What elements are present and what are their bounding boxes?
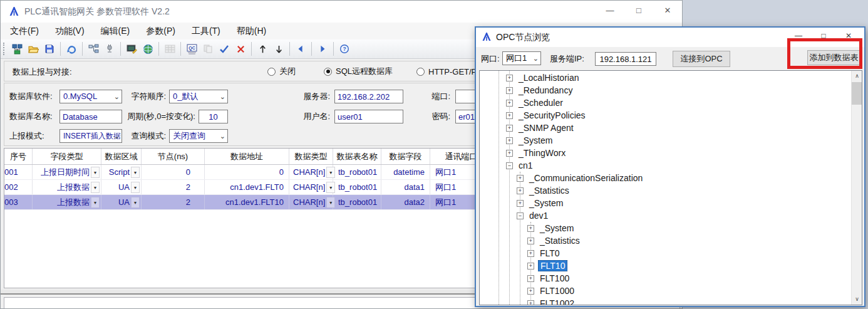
table-cell[interactable]: 上报数据▾ (33, 195, 101, 209)
plug-icon[interactable] (101, 41, 118, 57)
table-cell[interactable]: datetime (381, 165, 430, 179)
tree-node-flt1002[interactable]: +FLT1002 (480, 297, 837, 305)
menu-item[interactable]: 工具(T) (185, 23, 227, 39)
expand-icon[interactable]: + (527, 288, 534, 295)
tree-node--system[interactable]: +_System (480, 222, 837, 234)
vertical-scrollbar[interactable]: ∧ ∨ (851, 71, 862, 305)
tree-node-label[interactable]: _ThingWorx (517, 148, 567, 158)
expand-icon[interactable]: + (527, 225, 534, 232)
tree-node--securitypolicies[interactable]: +_SecurityPolicies (480, 109, 837, 122)
table-cell[interactable]: data2 (381, 195, 430, 209)
arrow-down-icon[interactable] (271, 41, 287, 57)
tree-node--localhistorian[interactable]: +_LocalHistorian (480, 71, 837, 84)
tree-node--statistics[interactable]: +_Statistics (480, 234, 837, 247)
check-icon[interactable] (216, 41, 232, 57)
close-button[interactable]: ✕ (653, 1, 682, 21)
table-cell[interactable]: UA▾ (101, 180, 142, 194)
scroll-down-icon[interactable]: ∨ (852, 294, 862, 305)
tree-node-label[interactable]: _Scheduler (517, 98, 565, 108)
qc-monitor-icon[interactable]: QC (183, 41, 200, 57)
tree-node-label[interactable]: FLT1002 (538, 298, 576, 305)
tree-node-label[interactable]: _Statistics (527, 186, 571, 196)
refresh-icon[interactable] (63, 41, 80, 57)
cell-dropdown-icon[interactable]: ▾ (91, 167, 100, 178)
open-file-icon[interactable] (25, 41, 41, 57)
table-cell[interactable]: 001 (4, 165, 33, 179)
expand-icon[interactable]: + (506, 75, 513, 81)
column-header[interactable]: 序号 (4, 149, 33, 164)
expand-icon[interactable]: + (506, 112, 513, 119)
expand-icon[interactable]: + (527, 238, 534, 244)
tree-node-label[interactable]: _System (517, 135, 554, 145)
arrow-left-icon[interactable] (292, 41, 309, 57)
expand-icon[interactable]: + (517, 175, 524, 182)
minimize-button[interactable]: — (596, 1, 624, 21)
menu-item[interactable]: 帮助(H) (230, 23, 273, 39)
tree-node-cn1[interactable]: −cn1 (480, 159, 837, 172)
cell-dropdown-icon[interactable]: ▾ (91, 182, 100, 193)
server-ip-input[interactable] (595, 52, 656, 66)
tree-node--system[interactable]: +_System (480, 134, 837, 147)
tree-node-label[interactable]: _Statistics (538, 236, 582, 246)
tree-node--snmp-agent[interactable]: +_SNMP Agent (480, 122, 837, 134)
table-cell[interactable]: Script▾ (101, 165, 142, 179)
column-header[interactable]: 字段类型 (33, 149, 101, 164)
column-header[interactable]: 数据类型 (289, 149, 333, 164)
cell-dropdown-icon[interactable]: ▾ (131, 167, 140, 178)
arrow-up-icon[interactable] (254, 41, 271, 57)
table-cell[interactable]: 0 (142, 165, 205, 179)
column-header[interactable]: 数据地址 (205, 149, 289, 164)
table-cell[interactable]: tb_robot01 (333, 165, 381, 179)
collapse-icon[interactable]: − (506, 162, 513, 169)
tree-node-label[interactable]: FLT1000 (538, 286, 576, 296)
table-cell[interactable]: cn1.dev1.FLT0 (205, 180, 289, 194)
tree-node--statistics[interactable]: +_Statistics (480, 184, 837, 197)
tree-node-flt1000[interactable]: +FLT1000 (480, 285, 837, 297)
maximize-button[interactable]: □ (624, 1, 653, 21)
column-header[interactable]: 数据区域 (101, 149, 142, 164)
collapse-icon[interactable]: − (517, 212, 524, 219)
expand-icon[interactable]: + (506, 87, 513, 94)
expand-icon[interactable]: + (527, 250, 534, 257)
tree-node--scheduler[interactable]: +_Scheduler (480, 97, 837, 109)
tree-node-flt0[interactable]: +FLT0 (480, 247, 837, 259)
cell-dropdown-icon[interactable]: ▾ (91, 197, 100, 208)
tree-node-label[interactable]: FLT0 (538, 248, 562, 258)
radio-circle-icon[interactable] (324, 68, 332, 76)
cell-dropdown-icon[interactable]: ▾ (131, 182, 140, 193)
expand-icon[interactable]: + (506, 100, 513, 107)
menu-item[interactable]: 文件(F) (3, 23, 46, 39)
radio-close[interactable]: 关闭 (267, 66, 296, 77)
table-cell[interactable]: CHAR[n]▾ (289, 165, 333, 179)
topology-icon[interactable] (85, 41, 101, 57)
period-input[interactable] (199, 110, 228, 123)
table-cell[interactable]: tb_robot01 (333, 180, 381, 194)
tree-node-label[interactable]: _LocalHistorian (517, 73, 581, 83)
table-cell[interactable]: 2 (142, 180, 205, 194)
menu-item[interactable]: 功能(V) (48, 23, 91, 39)
connect-opc-button[interactable]: 连接到OPC (673, 51, 730, 67)
column-header[interactable]: 节点(ns) (142, 149, 205, 164)
expand-icon[interactable]: + (527, 263, 534, 270)
table-cell[interactable]: CHAR[n]▾ (289, 180, 333, 194)
table-cell[interactable]: 2 (142, 195, 205, 209)
table-cell[interactable]: data1 (381, 180, 430, 194)
scrollbar-thumb[interactable] (852, 82, 862, 105)
tree-node-label[interactable]: _SecurityPolicies (517, 110, 587, 120)
network-config-icon[interactable] (9, 41, 25, 57)
username-input[interactable] (334, 110, 403, 123)
table-cell[interactable]: CHAR[n]▾ (289, 195, 333, 209)
toolbar-grip[interactable] (3, 43, 6, 55)
table-cell[interactable]: 002 (4, 180, 33, 194)
tree-node-label[interactable]: _Redundancy (517, 85, 574, 95)
menu-item[interactable]: 编辑(E) (94, 23, 137, 39)
char-order-select[interactable]: 0_默认⌄ (169, 90, 228, 103)
expand-icon[interactable]: + (517, 200, 524, 207)
radio-circle-icon[interactable] (416, 68, 425, 76)
help-icon[interactable]: ? (336, 41, 353, 57)
save-icon[interactable] (41, 41, 58, 57)
tree-node--redundancy[interactable]: +_Redundancy (480, 84, 837, 97)
server-input[interactable] (334, 90, 403, 103)
table-cell[interactable]: 上报日期时间▾ (33, 165, 101, 179)
table-cell[interactable]: 003 (4, 195, 33, 209)
